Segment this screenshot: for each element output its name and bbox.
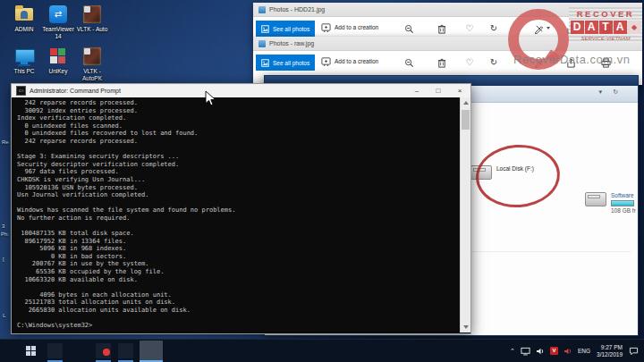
scroll-up-icon[interactable]	[463, 101, 469, 105]
tray-chevron-up-icon[interactable]: ⌃	[510, 348, 515, 355]
add-to-creation-button[interactable]: Add to a creation	[321, 56, 378, 66]
system-tray: ⌃ V ENG 9:27 PM 3/12/2019	[507, 340, 642, 362]
zoom-button[interactable]	[402, 56, 415, 69]
photos-titlebar[interactable]: Photos - raw.jpg	[253, 37, 642, 51]
desktop-icon-vltk-auto[interactable]: VLTK - Auto	[75, 4, 109, 39]
action-center-icon[interactable]	[629, 347, 639, 356]
cmd-output-area: 242 reparse records processed. 30092 ind…	[12, 97, 470, 333]
desktop-icon-vltk-autopk[interactable]: VLTK - AutoPK	[75, 46, 109, 81]
magnifier-icon	[404, 58, 414, 68]
add-to-creation-button[interactable]: Add to a creation	[321, 22, 378, 32]
edit-button[interactable]	[532, 56, 545, 69]
unikey-tray-icon[interactable]: V	[550, 347, 558, 355]
rotate-icon: ↻	[490, 24, 497, 33]
game-icon	[81, 4, 103, 24]
hidden-icon-label-fragment: 3	[2, 223, 4, 229]
drive-free-space: 108 GB fr	[611, 207, 636, 215]
see-all-photos-label: See all photos	[273, 60, 309, 66]
favorite-button[interactable]: ♡	[463, 22, 476, 35]
print-button[interactable]	[599, 22, 612, 35]
drive-details: Software 108 GB fr	[611, 192, 636, 215]
see-all-photos-button[interactable]: See all photos	[256, 21, 315, 37]
desktop-icon-label: ADMIN	[7, 26, 41, 33]
share-icon	[566, 58, 576, 68]
delete-button[interactable]	[436, 22, 448, 35]
photo-icon	[261, 59, 269, 67]
edit-button[interactable]	[532, 22, 545, 35]
see-all-photos-label: See all photos	[273, 26, 309, 32]
edit-icon	[534, 24, 544, 34]
desktop: ADMIN ⇄ TeamViewer 14 VLTK - Auto This P…	[0, 0, 644, 362]
taskbar-app-3[interactable]	[118, 343, 133, 358]
add-to-creation-label: Add to a creation	[335, 24, 378, 30]
minimize-button[interactable]: –	[406, 84, 428, 97]
add-to-creation-label: Add to a creation	[335, 58, 378, 64]
see-all-photos-button[interactable]: See all photos	[256, 55, 315, 71]
photos-app-icon	[258, 40, 266, 47]
zoom-button[interactable]	[402, 22, 415, 35]
favorite-button[interactable]: ♡	[463, 56, 476, 69]
desktop-icon-admin[interactable]: ADMIN	[7, 4, 41, 39]
scrollbar[interactable]	[460, 97, 470, 333]
taskbar: ⌃ V ENG 9:27 PM 3/12/2019	[0, 339, 644, 362]
language-indicator[interactable]: ENG	[578, 348, 590, 354]
desktop-icon-label: This PC	[7, 68, 41, 75]
cmd-titlebar[interactable]: C:\ Administrator: Command Prompt – □ ×	[12, 84, 470, 97]
scroll-down-icon[interactable]	[463, 325, 469, 329]
desktop-icon-this-pc[interactable]: This PC	[7, 46, 41, 81]
edit-icon	[534, 58, 544, 68]
taskbar-app-active[interactable]	[140, 341, 163, 362]
heart-icon: ♡	[466, 24, 474, 33]
cmd-output-text: 242 reparse records processed. 30092 ind…	[12, 97, 470, 330]
red-circle-annotation	[474, 142, 563, 210]
scrollbar-thumb[interactable]	[462, 110, 470, 130]
tray-date: 3/12/2019	[597, 351, 623, 358]
print-button[interactable]	[599, 56, 612, 69]
photos-window-title: Photos - raw.jpg	[269, 40, 314, 46]
heart-icon: ♡	[466, 58, 474, 67]
desktop-icon-label: VLTK - AutoPK	[75, 68, 109, 81]
clock[interactable]: 9:27 PM 3/12/2019	[597, 344, 623, 358]
maximize-button[interactable]: □	[428, 84, 449, 97]
network-icon[interactable]	[521, 347, 530, 356]
desktop-icons-row2: This PC UniKey VLTK - AutoPK	[7, 46, 109, 81]
taskbar-app-1[interactable]	[47, 343, 63, 358]
share-button[interactable]	[564, 56, 577, 69]
add-creation-icon	[321, 56, 331, 66]
rotate-icon: ↻	[490, 58, 497, 67]
share-icon	[566, 24, 576, 34]
desktop-icon-label: UniKey	[41, 68, 75, 75]
photos-window-hdd21: Photos - HDD21.jpg See all photos Add to…	[253, 3, 642, 39]
drive-icon	[585, 192, 606, 206]
notification-badge	[103, 349, 110, 356]
user-folder-icon	[13, 4, 35, 24]
speaker-icon[interactable]	[536, 347, 545, 356]
trash-icon	[437, 24, 446, 34]
close-button[interactable]: ×	[449, 84, 470, 97]
rotate-button[interactable]: ↻	[487, 22, 500, 35]
delete-button[interactable]	[436, 56, 448, 69]
hidden-icon-label-fragment: L	[3, 313, 5, 318]
start-button[interactable]	[26, 346, 36, 356]
command-prompt-window: C:\ Administrator: Command Prompt – □ × …	[11, 83, 471, 334]
trash-icon	[437, 58, 446, 68]
drive-label: Software	[611, 192, 636, 199]
print-icon	[601, 24, 611, 34]
chevron-down-icon[interactable]	[547, 27, 550, 29]
game-icon	[81, 46, 103, 66]
share-button[interactable]	[564, 22, 577, 35]
red-speaker-icon[interactable]	[564, 347, 572, 356]
desktop-icon-teamviewer[interactable]: ⇄ TeamViewer 14	[41, 4, 75, 39]
add-creation-icon	[321, 22, 331, 32]
dropdown-icon[interactable]: ▾	[598, 88, 602, 96]
photos-titlebar[interactable]: Photos - HDD21.jpg	[253, 3, 642, 17]
photos-app-icon	[258, 6, 266, 13]
desktop-icon-unikey[interactable]: UniKey	[41, 46, 75, 81]
desktop-icon-label: VLTK - Auto	[75, 26, 109, 33]
refresh-icon[interactable]: ↻	[613, 88, 618, 96]
print-icon	[601, 58, 611, 68]
rotate-button[interactable]: ↻	[487, 56, 500, 69]
computer-icon	[13, 46, 35, 66]
drive-software[interactable]: Software 108 GB fr	[585, 192, 636, 215]
hidden-icon-label-fragment: Ph:	[1, 232, 9, 237]
